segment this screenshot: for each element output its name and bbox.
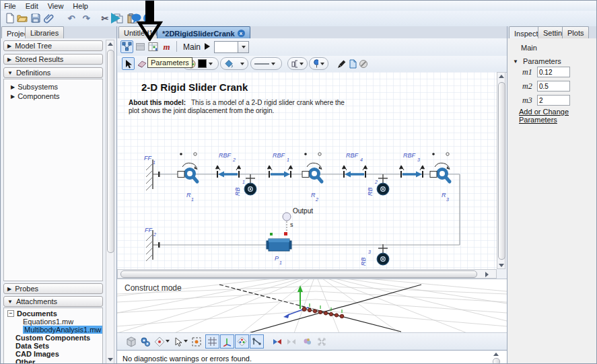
param-m1-input[interactable]: [537, 67, 570, 77]
parameters-icon: [148, 42, 158, 52]
diagram-view-button[interactable]: [120, 40, 133, 53]
pointer-tool-button[interactable]: [122, 57, 135, 70]
chevron-right-icon: ▶: [7, 57, 11, 63]
run-icon[interactable]: [111, 13, 120, 24]
redo-button[interactable]: ↷: [80, 12, 92, 24]
chevron-down-icon[interactable]: [166, 340, 170, 342]
canvas-hscroll-thumb[interactable]: [120, 270, 477, 278]
menu-edit[interactable]: Edit: [26, 2, 38, 10]
zoom-combobox-dropdown[interactable]: [238, 41, 249, 53]
collapse-icon[interactable]: −: [7, 310, 14, 317]
chevron-down-icon[interactable]: [271, 63, 275, 65]
panel-stored-results-label: Stored Results: [15, 55, 63, 63]
new-document-button[interactable]: [4, 12, 16, 24]
chevron-down-icon: ▼: [7, 299, 13, 305]
tree-item-documents[interactable]: −Documents: [7, 310, 57, 318]
scroll-right-icon[interactable]: [485, 272, 489, 277]
attach-camera-button[interactable]: [270, 334, 284, 349]
svg-text:1: 1: [153, 160, 155, 165]
breadcrumb[interactable]: Main: [183, 42, 201, 52]
toggle-joints-button[interactable]: [250, 334, 264, 349]
pin-group[interactable]: [309, 57, 328, 70]
sidebar-scrollbar[interactable]: [106, 40, 114, 364]
toggle-grid-button[interactable]: [205, 334, 219, 349]
tree-item-cad-images[interactable]: CAD Images: [15, 350, 59, 358]
param-m2-input[interactable]: [537, 81, 570, 92]
documents-label: Documents: [17, 310, 57, 318]
toggle-axes-button[interactable]: [220, 334, 234, 349]
chevron-down-icon[interactable]: [320, 63, 324, 65]
eraser-tool-button[interactable]: [135, 57, 148, 70]
scroll-down-icon[interactable]: [108, 358, 113, 361]
chevron-down-icon[interactable]: [240, 63, 244, 65]
camera-view-button[interactable]: [152, 334, 166, 349]
tree-item-data-sets[interactable]: Data Sets: [15, 342, 49, 350]
menu-file[interactable]: File: [4, 2, 16, 10]
chevron-down-icon[interactable]: ▼: [513, 59, 518, 65]
tree-item-other[interactable]: Other: [15, 358, 35, 364]
tab-2drigidslidercrank-close-icon[interactable]: x: [238, 30, 245, 37]
align-group[interactable]: [287, 57, 308, 70]
add-change-parameters-link[interactable]: Add or Change Parameters: [519, 108, 597, 124]
fill-color-group[interactable]: [220, 57, 248, 70]
3d-pointer-button[interactable]: [171, 334, 185, 349]
zoom-combobox-input[interactable]: [214, 41, 240, 53]
linkage-icon: [252, 336, 262, 347]
model-diagram[interactable]: 2-D Rigid Slider Crank About this model:…: [117, 72, 497, 269]
disable-tool-button[interactable]: [357, 57, 370, 70]
svg-text:RBF: RBF: [403, 152, 416, 159]
axes-icon: [222, 336, 232, 347]
model-canvas-area[interactable]: 2-D Rigid Slider Crank About this model:…: [117, 72, 497, 269]
tree-item-equations1[interactable]: Equations1.mw: [23, 318, 73, 326]
status-scroll-thumb[interactable]: [493, 358, 500, 364]
sidebar-item-subsystems[interactable]: ▶Subsystems: [11, 83, 58, 91]
components-label: Components: [17, 92, 59, 100]
3d-box-view-button[interactable]: [124, 334, 138, 349]
scroll-up-icon[interactable]: [108, 42, 113, 46]
3d-view[interactable]: Construct mode: [117, 279, 507, 333]
sidebar-item-components[interactable]: ▶Components: [11, 92, 60, 100]
panel-definitions[interactable]: ▼Definitions: [3, 67, 103, 78]
panel-attachments[interactable]: ▼Attachments: [3, 296, 103, 307]
scroll-up-icon[interactable]: [499, 75, 504, 78]
chevron-down-icon[interactable]: [209, 63, 213, 65]
tree-item-custom-components[interactable]: Custom Components: [15, 334, 90, 342]
definitions-content: ▶Subsystems ▶Components: [3, 79, 103, 281]
panel-probes[interactable]: ▶Probes: [3, 283, 103, 294]
tab-libraries[interactable]: Libraries: [25, 26, 64, 38]
undo-button[interactable]: ↶: [65, 12, 77, 24]
param-m3-input[interactable]: [537, 95, 570, 106]
equations-button[interactable]: m: [160, 40, 173, 53]
line-style-group[interactable]: [250, 57, 282, 70]
canvas-horizontal-scrollbar[interactable]: [117, 269, 497, 279]
scroll-up-icon[interactable]: [493, 353, 499, 356]
panel-probes-label: Probes: [15, 285, 38, 293]
selection-frame-button[interactable]: [189, 334, 203, 349]
3d-settings-button[interactable]: [138, 334, 152, 349]
canvas-vscroll-thumb[interactable]: [498, 82, 505, 260]
toggle-com-button[interactable]: [235, 334, 249, 349]
tree-item-multibodyanalysis1[interactable]: MultibodyAnalysis1.mw: [23, 326, 102, 334]
tab-2drigidslidercrank[interactable]: *2DRigidSliderCrank x: [157, 26, 250, 39]
menu-help[interactable]: Help: [73, 2, 88, 10]
chevron-down-icon[interactable]: [184, 340, 188, 342]
sidebar-scroll-thumb[interactable]: [107, 50, 114, 253]
svg-text:1: 1: [191, 197, 194, 202]
save-button[interactable]: [30, 12, 42, 24]
attach-file-button[interactable]: [43, 12, 55, 24]
chevron-down-icon[interactable]: [300, 63, 304, 65]
open-button[interactable]: [16, 12, 28, 24]
sparkle-arrows-icon: [316, 336, 327, 347]
parameters-button[interactable]: [147, 40, 160, 53]
status-scrollbar[interactable]: [492, 351, 501, 364]
panel-model-tree[interactable]: ▶Model Tree: [3, 40, 103, 51]
chevron-right-icon: ▶: [11, 84, 15, 90]
menu-view[interactable]: View: [48, 2, 64, 10]
port-green: [270, 233, 273, 235]
tab-2drigidslidercrank-label: *2DRigidSliderCrank: [162, 30, 235, 38]
panel-stored-results[interactable]: ▶Stored Results: [3, 54, 103, 65]
scroll-down-icon[interactable]: [499, 264, 504, 267]
svg-text:1: 1: [287, 157, 289, 162]
tab-plots[interactable]: Plots: [562, 26, 589, 38]
canvas-vertical-scrollbar[interactable]: [497, 72, 505, 269]
